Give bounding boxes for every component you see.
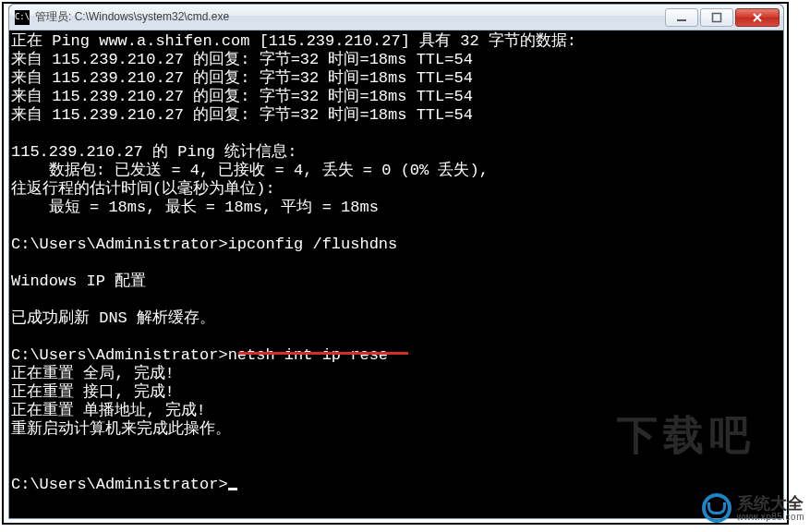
brand-url: www.xp85.com [737, 512, 804, 522]
terminal-line: 最短 = 18ms, 最长 = 18ms, 平均 = 18ms [11, 199, 783, 217]
brand-icon [702, 493, 731, 523]
terminal-line: C:\Users\Administrator> [11, 476, 783, 494]
terminal-line [11, 328, 783, 346]
terminal-line: 数据包: 已发送 = 4, 已接收 = 4, 丢失 = 0 (0% 丢失), [11, 162, 783, 180]
terminal-line: Windows IP 配置 [11, 272, 783, 291]
cmd-icon: C:\ [15, 10, 30, 25]
terminal-line: 来自 115.239.210.27 的回复: 字节=32 时间=18ms TTL… [11, 69, 783, 88]
minimize-button[interactable] [665, 8, 698, 27]
terminal-line: 来自 115.239.210.27 的回复: 字节=32 时间=18ms TTL… [11, 51, 783, 69]
terminal-output[interactable]: 正在 Ping www.a.shifen.com [115.239.210.27… [9, 30, 783, 518]
terminal-line: C:\Users\Administrator>ipconfig /flushdn… [11, 236, 783, 254]
cursor [228, 488, 237, 490]
brand-logo: 系统大全 www.xp85.com [702, 493, 804, 523]
terminal-line [11, 291, 783, 309]
terminal-line: 正在 Ping www.a.shifen.com [115.239.210.27… [11, 32, 783, 51]
terminal-line: 正在重置 单播地址, 完成! [11, 402, 783, 420]
terminal-line: 已成功刷新 DNS 解析缓存。 [11, 309, 783, 328]
terminal-line: 正在重置 全局, 完成! [11, 365, 783, 383]
terminal-line: 115.239.210.27 的 Ping 统计信息: [11, 143, 783, 162]
svg-rect-0 [677, 19, 686, 21]
terminal-line: 正在重置 接口, 完成! [11, 383, 783, 402]
terminal-line: C:\Users\Administrator>netsh int ip rese [11, 346, 783, 365]
cmd-window: C:\ 管理员: C:\Windows\system32\cmd.exe 正在 … [8, 4, 784, 519]
terminal-line: 往返行程的估计时间(以毫秒为单位): [11, 180, 783, 199]
window-title: 管理员: C:\Windows\system32\cmd.exe [35, 9, 658, 25]
brand-title: 系统大全 [737, 495, 804, 512]
terminal-line [11, 254, 783, 272]
terminal-line: 来自 115.239.210.27 的回复: 字节=32 时间=18ms TTL… [11, 106, 783, 125]
terminal-line: 重新启动计算机来完成此操作。 [11, 420, 783, 439]
close-button[interactable] [735, 8, 780, 27]
titlebar[interactable]: C:\ 管理员: C:\Windows\system32\cmd.exe [9, 5, 783, 30]
svg-rect-1 [713, 13, 721, 21]
terminal-line: 来自 115.239.210.27 的回复: 字节=32 时间=18ms TTL… [11, 88, 783, 106]
terminal-line [11, 125, 783, 143]
maximize-button[interactable] [700, 8, 733, 27]
terminal-line [11, 439, 783, 457]
terminal-line [11, 457, 783, 476]
window-controls [663, 8, 780, 27]
highlight-underline [238, 352, 408, 355]
terminal-line [11, 217, 783, 236]
